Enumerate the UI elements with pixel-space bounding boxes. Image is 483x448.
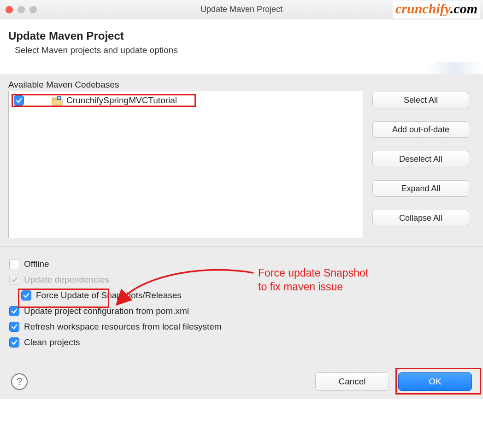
annotation-line2: to fix maven issue [258,280,368,294]
brand-right: .com [450,1,477,16]
options-section: Offline Update dependencies Force Update… [0,247,483,399]
help-button[interactable]: ? [11,373,28,390]
tree-item-checkbox[interactable] [14,95,24,106]
window-controls [6,6,37,13]
cancel-button[interactable]: Cancel [315,372,389,391]
annotation-text: Force update Snapshot to fix maven issue [258,266,368,294]
offline-option[interactable]: Offline [9,259,474,269]
refresh-workspace-label: Refresh workspace resources from local f… [24,322,222,332]
codebases-tree[interactable]: M CrunchifySpringMVCTutorial [8,91,363,238]
codebases-label: Available Maven Codebases [8,80,475,90]
clean-projects-checkbox[interactable] [9,337,19,348]
close-window-button[interactable] [6,6,13,13]
refresh-workspace-option[interactable]: Refresh workspace resources from local f… [9,322,474,332]
collapse-all-button[interactable]: Collapse All [372,210,469,226]
annotation-highlight-ok [395,368,481,395]
refresh-workspace-checkbox[interactable] [9,322,19,332]
annotation-highlight-force-update [18,289,109,308]
codebases-side-buttons: Select All Add out-of-date Deselect All … [372,91,469,226]
page-subtitle: Select Maven projects and update options [15,45,475,55]
update-dependencies-option: Update dependencies [9,275,474,285]
minimize-window-button[interactable] [18,6,25,13]
expand-all-button[interactable]: Expand All [372,180,469,197]
annotation-line1: Force update Snapshot [258,266,368,280]
svg-rect-1 [52,98,57,100]
offline-checkbox[interactable] [9,259,19,269]
update-dependencies-checkbox [9,275,19,285]
clean-projects-option[interactable]: Clean projects [9,337,474,348]
offline-label: Offline [24,259,49,269]
tree-item[interactable]: M CrunchifySpringMVCTutorial [12,94,196,107]
watermark-brand: crunchify.com [393,1,480,18]
header-banner-graphic [428,62,483,74]
select-all-button[interactable]: Select All [372,92,469,108]
help-icon: ? [17,376,22,388]
dialog-header: Update Maven Project Select Maven projec… [0,19,483,74]
clean-projects-label: Clean projects [24,337,80,348]
brand-left: crunchify [395,1,450,16]
svg-text:M: M [58,97,60,100]
page-title: Update Maven Project [8,29,475,42]
add-out-of-date-button[interactable]: Add out-of-date [372,121,469,138]
codebases-section: Available Maven Codebases M CrunchifySpr… [0,74,483,247]
update-dependencies-label: Update dependencies [24,275,109,285]
zoom-window-button[interactable] [29,6,37,13]
tree-item-label: CrunchifySpringMVCTutorial [66,95,177,106]
maven-project-icon: M [52,96,62,105]
deselect-all-button[interactable]: Deselect All [372,151,469,167]
